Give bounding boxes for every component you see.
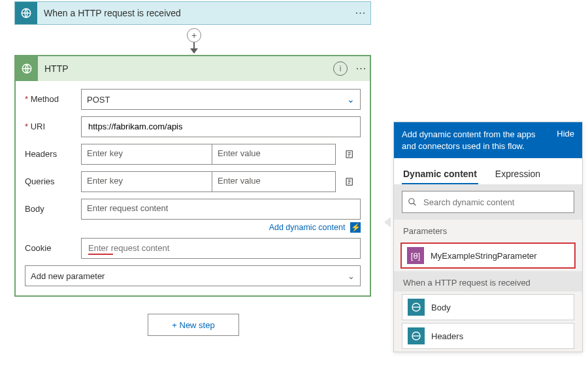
method-value: POST — [87, 95, 110, 105]
token-headers[interactable]: Headers — [402, 323, 574, 349]
http-card-title: HTTP — [44, 63, 333, 74]
dynamic-content-panel: Add dynamic content from the apps and co… — [393, 122, 583, 352]
http-action-icon — [16, 56, 38, 81]
chevron-down-icon: ⌄ — [347, 94, 355, 105]
label-uri: URI — [25, 116, 81, 131]
parameter-icon: [θ] — [407, 247, 424, 264]
label-cookie: Cookie — [25, 238, 81, 253]
banner-text: Add dynamic content from the apps and co… — [402, 129, 551, 152]
tab-expression[interactable]: Expression — [486, 162, 549, 184]
flyout-pointer — [384, 217, 391, 227]
trigger-title: When a HTTP request is received — [44, 8, 351, 18]
body-input[interactable]: Enter request content — [81, 199, 361, 220]
token-body[interactable]: Body — [402, 294, 574, 320]
queries-text-mode-icon[interactable] — [341, 171, 359, 192]
http-request-icon — [408, 327, 425, 344]
token-label: Body — [431, 303, 451, 312]
trigger-card[interactable]: When a HTTP request is received ··· — [14, 1, 371, 25]
search-icon — [408, 197, 417, 207]
http-card-header[interactable]: HTTP i ··· — [16, 56, 370, 81]
label-headers: Headers — [25, 144, 81, 159]
token-label: Headers — [431, 331, 463, 341]
new-step-button[interactable]: + New step — [148, 314, 239, 336]
http-more-menu[interactable]: ··· — [353, 63, 370, 75]
headers-key-input[interactable]: Enter key — [81, 144, 212, 165]
section-parameters: Parameters — [394, 220, 582, 240]
add-new-parameter-label: Add new parameter — [31, 271, 105, 281]
svg-point-4 — [409, 199, 414, 204]
chevron-down-icon: ⌄ — [348, 271, 355, 281]
http-request-icon — [408, 299, 425, 316]
trigger-more-menu[interactable]: ··· — [351, 7, 370, 19]
connector-arrow-icon — [191, 42, 197, 54]
dynamic-content-search[interactable] — [402, 191, 574, 213]
add-step-plus[interactable]: + — [187, 28, 201, 42]
headers-value-input[interactable]: Enter value — [212, 144, 336, 165]
queries-value-input[interactable]: Enter value — [212, 171, 336, 192]
tab-dynamic-content[interactable]: Dynamic content — [394, 162, 486, 184]
info-icon[interactable]: i — [333, 61, 348, 76]
uri-input[interactable] — [81, 116, 361, 137]
dynamic-content-tabs: Dynamic content Expression — [394, 158, 582, 184]
add-dynamic-content-icon[interactable]: ⚡ — [350, 222, 361, 233]
headers-text-mode-icon[interactable] — [341, 144, 359, 165]
spellcheck-underline — [88, 254, 113, 255]
method-select[interactable]: POST ⌄ — [81, 89, 361, 110]
add-new-parameter-select[interactable]: Add new parameter ⌄ — [25, 265, 361, 286]
token-my-example-string-parameter[interactable]: [θ] MyExampleStringParameter — [400, 242, 576, 269]
http-request-icon — [15, 2, 37, 24]
label-body: Body — [25, 199, 81, 214]
section-trigger-outputs: When a HTTP request is received — [394, 271, 582, 291]
cookie-input[interactable] — [81, 238, 361, 259]
add-dynamic-content-link[interactable]: Add dynamic content — [269, 223, 346, 232]
label-queries: Queries — [25, 171, 81, 186]
queries-key-input[interactable]: Enter key — [81, 171, 212, 192]
label-method: Method — [25, 89, 81, 104]
http-action-card: HTTP i ··· Method POST ⌄ URI — [14, 55, 371, 297]
token-label: MyExampleStringParameter — [431, 251, 537, 261]
hide-panel-button[interactable]: Hide — [551, 129, 574, 152]
dynamic-content-banner: Add dynamic content from the apps and co… — [394, 122, 582, 158]
